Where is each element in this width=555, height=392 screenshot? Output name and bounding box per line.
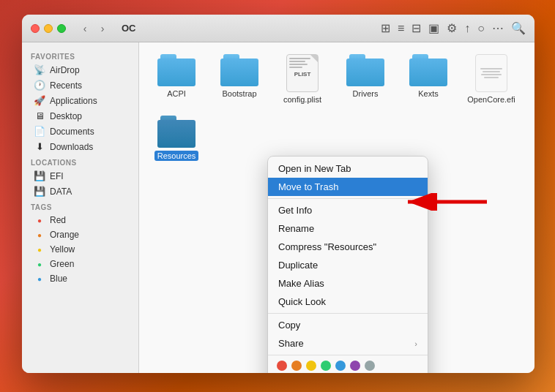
file-item-opencore-efi[interactable]: OpenCore.efi	[466, 54, 517, 104]
sidebar-item-applications[interactable]: 🚀 Applications	[25, 93, 135, 108]
traffic-lights	[31, 24, 66, 33]
color-dot-yellow[interactable]	[306, 361, 316, 371]
sidebar-tag-label: Red	[50, 215, 66, 225]
color-dot-blue[interactable]	[335, 361, 346, 371]
plist-icon: PLIST	[286, 54, 319, 92]
ctx-copy[interactable]: Copy	[268, 316, 428, 334]
sidebar-item-label: Documents	[50, 127, 94, 137]
action-icon[interactable]: ⋯	[492, 21, 504, 35]
color-dot-orange[interactable]	[291, 361, 302, 371]
sidebar-item-tag-blue[interactable]: ● Blue	[25, 271, 135, 286]
sidebar-item-desktop[interactable]: 🖥 Desktop	[25, 108, 135, 124]
gallery-view-icon[interactable]: ▣	[428, 21, 439, 35]
toolbar-right: ⊞ ≡ ⊟ ▣ ⚙ ↑ ○ ⋯ 🔍	[381, 21, 526, 35]
ctx-open-new-tab[interactable]: Open in New Tab	[268, 159, 428, 178]
color-dot-gray[interactable]	[365, 361, 375, 371]
file-area[interactable]: ACPI Bootstrap	[139, 42, 534, 373]
sidebar-item-tag-green[interactable]: ● Green	[25, 257, 135, 271]
ctx-separator-3	[268, 355, 428, 355]
sidebar-item-label: Recents	[50, 80, 82, 91]
minimize-button[interactable]	[44, 24, 53, 33]
title-bar: ‹ › OC ⊞ ≡ ⊟ ▣ ⚙ ↑ ○ ⋯ 🔍	[22, 15, 534, 42]
ctx-share[interactable]: Share ›	[268, 334, 428, 353]
ctx-compress[interactable]: Compress "Resources"	[268, 238, 428, 256]
tags-section-label: Tags	[22, 199, 138, 213]
context-menu: Open in New Tab Move to Trash Get Info R…	[267, 156, 428, 373]
file-item-config-plist[interactable]: PLIST config.plist	[277, 54, 328, 104]
sidebar-item-airdrop[interactable]: 📡 AirDrop	[25, 62, 135, 78]
ctx-duplicate[interactable]: Duplicate	[268, 256, 428, 274]
back-button[interactable]: ‹	[78, 21, 92, 36]
sidebar-item-data[interactable]: 💾 DATA	[25, 184, 135, 199]
file-item-resources[interactable]: Resources	[151, 116, 202, 161]
file-item-drivers[interactable]: Drivers	[340, 54, 391, 104]
sidebar-tag-label: Blue	[50, 274, 67, 284]
columns-view-icon[interactable]: ⊟	[411, 21, 421, 35]
desktop-icon: 🖥	[34, 110, 45, 121]
ctx-quick-look[interactable]: Quick Look	[268, 293, 428, 311]
sidebar-item-label: Desktop	[50, 111, 82, 121]
finder-window: ‹ › OC ⊞ ≡ ⊟ ▣ ⚙ ↑ ○ ⋯ 🔍 Favorites 📡 Air…	[22, 15, 534, 373]
airdrop-icon: 📡	[34, 64, 45, 75]
sidebar-tag-label: Green	[50, 259, 74, 269]
ctx-rename[interactable]: Rename	[268, 219, 428, 238]
file-label-drivers: Drivers	[353, 89, 379, 98]
documents-icon: 📄	[34, 126, 45, 137]
grid-view-icon[interactable]: ⊞	[381, 21, 390, 35]
color-dot-purple[interactable]	[350, 361, 360, 371]
list-view-icon[interactable]: ≡	[398, 22, 404, 35]
forward-button[interactable]: ›	[95, 21, 110, 36]
sidebar-item-tag-red[interactable]: ● Red	[25, 213, 135, 227]
tag-yellow-icon: ●	[34, 246, 45, 254]
view-options-icon[interactable]: ⚙	[447, 21, 457, 35]
data-drive-icon: 💾	[34, 186, 45, 197]
search-icon[interactable]: 🔍	[511, 21, 526, 35]
sidebar-item-label: EFI	[50, 171, 64, 181]
file-label-opencore-efi: OpenCore.efi	[467, 95, 515, 104]
file-grid: ACPI Bootstrap	[151, 54, 523, 161]
file-label-acpi: ACPI	[167, 89, 186, 98]
maximize-button[interactable]	[57, 24, 66, 33]
file-item-bootstrap[interactable]: Bootstrap	[214, 54, 265, 104]
ctx-make-alias[interactable]: Make Alias	[268, 274, 428, 293]
main-content: Favorites 📡 AirDrop 🕐 Recents 🚀 Applicat…	[22, 42, 534, 373]
sidebar-item-label: Applications	[50, 96, 97, 106]
sidebar-item-recents[interactable]: 🕐 Recents	[25, 78, 135, 93]
sidebar-item-label: AirDrop	[50, 65, 80, 75]
sidebar: Favorites 📡 AirDrop 🕐 Recents 🚀 Applicat…	[22, 42, 139, 373]
efi-drive-icon: 💾	[34, 170, 45, 181]
share-icon[interactable]: ↑	[464, 22, 470, 35]
locations-section-label: Locations	[22, 154, 138, 168]
file-label-kexts: Kexts	[418, 89, 439, 98]
window-title: OC	[122, 23, 136, 34]
ctx-color-dots	[268, 358, 428, 373]
folder-icon-kexts	[409, 54, 447, 86]
folder-icon-resources	[157, 116, 195, 148]
file-item-acpi[interactable]: ACPI	[151, 54, 202, 104]
tag-green-icon: ●	[34, 260, 45, 268]
file-label-resources: Resources	[154, 151, 199, 161]
sidebar-tag-label: Yellow	[50, 244, 75, 255]
nav-buttons: ‹ ›	[78, 21, 110, 36]
color-dot-green[interactable]	[321, 361, 331, 371]
sidebar-tag-label: Orange	[50, 230, 79, 240]
tag-orange-icon: ●	[34, 231, 45, 239]
sidebar-item-tag-orange[interactable]: ● Orange	[25, 227, 135, 242]
tag-icon[interactable]: ○	[477, 22, 485, 35]
sidebar-item-label: Downloads	[50, 142, 93, 152]
sidebar-item-downloads[interactable]: ⬇ Downloads	[25, 139, 135, 154]
folder-icon-drivers	[346, 54, 384, 86]
folder-icon-acpi	[157, 54, 195, 86]
tag-blue-icon: ●	[34, 275, 45, 283]
sidebar-item-tag-yellow[interactable]: ● Yellow	[25, 242, 135, 257]
recents-icon: 🕐	[34, 80, 45, 91]
tag-red-icon: ●	[34, 216, 45, 225]
sidebar-item-efi[interactable]: 💾 EFI	[25, 168, 135, 184]
share-submenu-arrow: ›	[414, 339, 417, 348]
sidebar-item-documents[interactable]: 📄 Documents	[25, 124, 135, 139]
file-label-config-plist: config.plist	[283, 95, 321, 104]
applications-icon: 🚀	[34, 95, 45, 106]
close-button[interactable]	[31, 24, 40, 33]
file-item-kexts[interactable]: Kexts	[403, 54, 454, 104]
color-dot-red[interactable]	[277, 361, 287, 371]
